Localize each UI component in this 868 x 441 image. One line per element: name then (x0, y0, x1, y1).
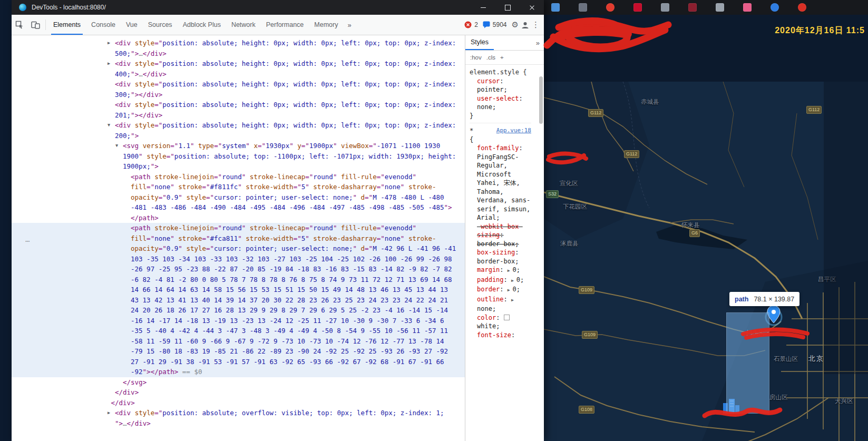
tab-sources[interactable]: Sources (143, 15, 178, 35)
extension-red-circle-icon[interactable] (606, 3, 615, 12)
code-line[interactable]: ▶<div style="position: absolute; overflo… (12, 408, 465, 428)
elements-panel[interactable]: ▶<div style="position: absolute; height:… (12, 35, 465, 441)
tab-vue[interactable]: Vue (121, 15, 143, 35)
road-badge: G112 (806, 106, 822, 114)
close-button[interactable] (520, 0, 544, 15)
css-property[interactable]: margin: ▶ 0; (470, 266, 531, 276)
extension-gray-arrow-icon[interactable] (716, 3, 724, 12)
map-viewport[interactable]: 2020年12月16日 11:5 (544, 15, 868, 441)
css-property[interactable]: padding: ▶ 0; (470, 276, 531, 286)
code-line[interactable]: <path stroke-linejoin="round" stroke-lin… (12, 172, 465, 223)
color-swatch-icon[interactable] (504, 315, 510, 320)
styles-scrollbar[interactable] (539, 76, 543, 124)
extension-red-pin-icon[interactable] (798, 3, 806, 12)
stylesheet-link[interactable]: App.vue:18 (496, 126, 531, 135)
inspect-element-button[interactable] (12, 17, 27, 32)
expand-caret-icon[interactable]: ▶ (511, 278, 516, 283)
extension-blue-drop-icon[interactable] (771, 3, 779, 12)
code-line[interactable]: <div style="position: absolute; height: … (12, 100, 465, 120)
maximize-icon (505, 5, 511, 11)
expand-arrow-icon[interactable]: ▶ (108, 38, 110, 48)
toggle-hover-state-button[interactable]: :hov (470, 54, 482, 61)
extension-gray-shield-icon[interactable] (579, 3, 587, 12)
expand-caret-icon[interactable]: ▶ (508, 268, 513, 273)
expand-arrow-icon[interactable]: ▶ (108, 408, 110, 418)
rule-selector: element.style { (470, 68, 526, 76)
datetime-display: 2020年12月16日 11:5 (775, 25, 865, 36)
expand-caret-icon[interactable]: ▶ (508, 288, 513, 292)
road-badges-layer: G112G112G112S32G6G109G109G108 (544, 82, 868, 441)
side-panel-shade (824, 82, 868, 374)
devtools-app-icon (19, 4, 26, 11)
expand-arrow-icon[interactable]: ▶ (108, 58, 110, 69)
road-badge: G112 (624, 150, 639, 158)
error-icon[interactable] (464, 21, 472, 28)
profile-button[interactable] (521, 21, 529, 29)
collapse-arrow-icon[interactable]: ▼ (115, 141, 118, 151)
settings-button[interactable]: ⚙ (512, 20, 519, 30)
extension-abp-icon[interactable] (633, 3, 642, 12)
window-title: DevTools - localhost:8080/ (32, 4, 106, 11)
styles-more-tabs-button[interactable]: » (532, 35, 544, 50)
tab-styles[interactable]: Styles (465, 35, 494, 50)
map-canvas[interactable]: 赤城县宣化区下花园区怀来县涿鹿县昌平区门头沟区石景山区北京房山区大兴区 G112… (544, 82, 868, 441)
devtools-toolbar: ElementsConsoleVueSourcesAdblock PlusNet… (12, 15, 544, 35)
overflow-menu-dots[interactable]: … (25, 234, 30, 245)
css-property[interactable]: -webkit-box-sizing: border-box; (470, 222, 531, 249)
tab-memory[interactable]: Memory (309, 15, 343, 35)
more-tabs-button[interactable]: » (343, 21, 355, 29)
styles-rules: element.style {cursor: pointer;user-sele… (465, 65, 544, 441)
message-count[interactable]: 5904 (493, 21, 507, 28)
code-line[interactable]: ▶<div style="position: absolute; height:… (12, 58, 465, 79)
tab-elements[interactable]: Elements (48, 15, 86, 35)
road-badge: G6 (689, 229, 700, 237)
devtools-tabs: ElementsConsoleVueSourcesAdblock PlusNet… (48, 15, 343, 35)
code-line[interactable]: ▼<svg version="1.1" type="system" x="193… (12, 141, 465, 172)
minimize-button[interactable] (471, 0, 495, 15)
code-line[interactable]: </div> (12, 387, 465, 398)
css-property[interactable]: font-family: PingFangSC-Regular, Microso… (470, 144, 531, 222)
dimension-tooltip: path 78.1 × 139.87 (729, 292, 799, 306)
style-rule: element.style {cursor: pointer;user-sele… (470, 67, 531, 123)
collapse-arrow-icon[interactable]: ▼ (108, 120, 110, 131)
device-toolbar-icon (31, 21, 40, 29)
code-line[interactable]: <div style="position: absolute; height: … (12, 79, 465, 100)
road-badge: G112 (588, 109, 603, 117)
toolbar-separator (45, 19, 46, 30)
styles-tab-bar: Styles » (465, 35, 544, 51)
css-property[interactable]: color: white; (470, 313, 531, 331)
extension-pink-icon[interactable] (743, 3, 752, 12)
code-line[interactable]: <path stroke-linejoin="round" stroke-lin… (12, 223, 465, 377)
tab-performance[interactable]: Performance (261, 15, 309, 35)
expand-caret-icon[interactable]: ▶ (511, 298, 514, 302)
more-options-button[interactable]: ⋮ (532, 20, 540, 30)
inspect-cursor-icon (15, 21, 24, 29)
css-property[interactable]: user-select: none; (470, 94, 531, 112)
browser-toolbar (544, 0, 868, 15)
road-badge: G109 (579, 286, 594, 294)
css-property[interactable]: font-size: (470, 331, 531, 340)
extension-gray-blue-icon[interactable] (661, 3, 669, 12)
devtools-content: ▶<div style="position: absolute; height:… (12, 35, 544, 441)
device-toolbar-button[interactable] (27, 17, 43, 32)
maximize-button[interactable] (495, 0, 520, 15)
tab-network[interactable]: Network (226, 15, 261, 35)
toggle-class-button[interactable]: .cls (486, 54, 495, 61)
code-line[interactable]: </div> (12, 398, 465, 408)
code-line[interactable]: ▶<div style="position: absolute; height:… (12, 38, 465, 58)
tab-console[interactable]: Console (86, 15, 121, 35)
extension-blue-grid-icon[interactable] (551, 3, 560, 12)
extension-dark-red-icon[interactable] (688, 3, 697, 12)
css-property[interactable]: box-sizing: border-box; (470, 248, 531, 266)
css-property[interactable]: border: ▶ 0; (470, 285, 531, 295)
road-badge: S32 (546, 190, 559, 198)
tab-adblock-plus[interactable]: Adblock Plus (178, 15, 226, 35)
new-style-rule-button[interactable]: + (500, 54, 504, 61)
css-property[interactable]: cursor: pointer; (470, 77, 531, 94)
error-count[interactable]: 2 (474, 21, 478, 28)
css-property[interactable]: outline: ▶ none; (470, 295, 531, 313)
message-bubble-icon[interactable] (483, 21, 490, 28)
code-line[interactable]: ▼<div style="position: absolute; height:… (12, 120, 465, 141)
devtools-titlebar[interactable]: DevTools - localhost:8080/ (12, 0, 544, 15)
code-line[interactable]: </svg> (12, 377, 465, 388)
